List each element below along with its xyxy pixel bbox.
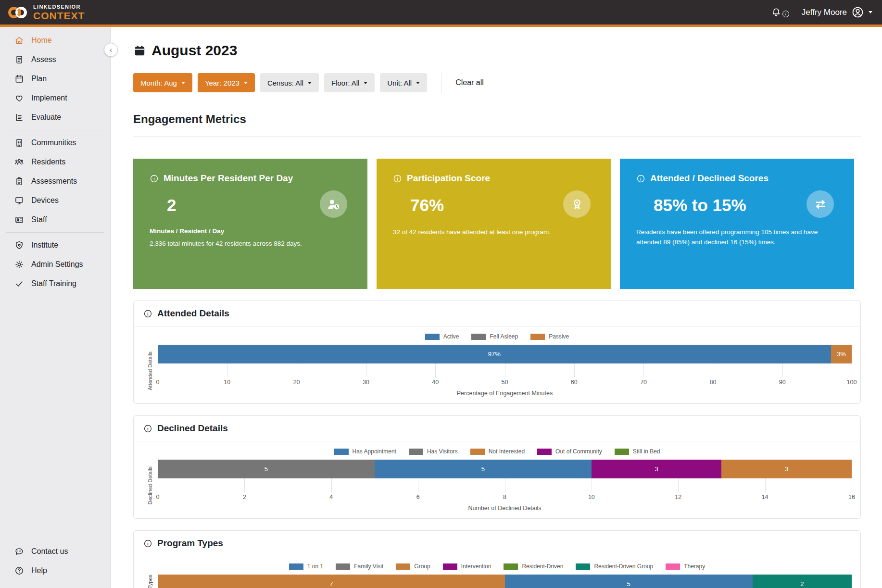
legend-item-intervention[interactable]: Intervention <box>443 563 491 570</box>
legend-swatch <box>396 563 410 570</box>
sidebar-item-assess[interactable]: Assess <box>0 50 110 69</box>
legend-label: Therapy <box>684 563 705 570</box>
legend-swatch <box>425 334 440 340</box>
filter-button-floor[interactable]: Floor: All <box>324 73 375 92</box>
metric-card-title-text: Minutes Per Resident Per Day <box>164 173 293 184</box>
x-tick-label: 10 <box>588 494 595 500</box>
bar-segment-resident-driven-group: 2 <box>753 575 852 588</box>
legend-item-out-of-community[interactable]: Out of Community <box>537 448 602 455</box>
legend-item-has-appointment[interactable]: Has Appointment <box>334 448 396 455</box>
communities-icon <box>14 138 24 148</box>
filter-button-month[interactable]: Month: Aug <box>133 73 192 92</box>
chart-card-declined-details: Declined DetailsHas AppointmentHas Visit… <box>133 415 861 519</box>
sidebar-item-staff[interactable]: Staff <box>0 210 110 229</box>
info-icon[interactable] <box>393 174 402 183</box>
main-content: August 2023 Month: AugYear: 2023Census: … <box>111 27 882 588</box>
sidebar-item-label: Institute <box>31 241 58 250</box>
calendar-icon <box>133 44 146 57</box>
stacked-bar: 5533 <box>158 460 852 478</box>
legend-item-1-on-1[interactable]: 1 on 1 <box>289 563 323 570</box>
person-clock-icon <box>326 197 341 212</box>
bar-segment-value: 2 <box>800 580 804 588</box>
devices-icon <box>14 196 24 205</box>
clear-all-button[interactable]: Clear all <box>455 78 484 87</box>
sidebar-item-assessments[interactable]: Assessments <box>0 172 110 191</box>
sidebar-item-implement[interactable]: Implement <box>0 88 110 108</box>
legend-item-resident-driven-group[interactable]: Resident-Driven Group <box>576 563 653 570</box>
app-logo[interactable]: LINKEDSENIOR CONTEXT <box>7 4 85 21</box>
sidebar-item-contact-us[interactable]: Contact us <box>0 542 110 561</box>
sidebar-item-devices[interactable]: Devices <box>0 191 110 210</box>
infinity-logo-icon <box>7 5 29 20</box>
y-axis-label: Declined Details <box>142 460 158 512</box>
grid-area <box>158 363 852 377</box>
legend-item-fell-asleep[interactable]: Fell Asleep <box>471 333 518 340</box>
legend-item-active[interactable]: Active <box>425 333 459 340</box>
caret-down-icon <box>364 82 367 84</box>
legend-item-resident-driven[interactable]: Resident-Driven <box>504 563 563 570</box>
page-title-text: August 2023 <box>151 42 237 59</box>
sidebar-item-staff-training[interactable]: Staff Training <box>0 274 110 293</box>
metric-card-icon-circle <box>563 190 591 218</box>
legend-item-therapy[interactable]: Therapy <box>666 563 705 570</box>
sidebar-item-label: Residents <box>31 158 65 166</box>
assess-icon <box>14 55 24 64</box>
chart-title: Attended Details <box>157 308 229 319</box>
legend-item-has-visitors[interactable]: Has Visitors <box>409 448 458 455</box>
user-menu[interactable]: Jeffry Moore <box>802 6 872 19</box>
sidebar-item-evaluate[interactable]: Evaluate <box>0 108 110 127</box>
x-tick-label: 50 <box>502 379 508 386</box>
filter-button-label: Unit: All <box>387 79 412 87</box>
notifications-button[interactable]: i <box>770 7 789 18</box>
sidebar-item-label: Assessments <box>31 177 77 186</box>
info-icon[interactable] <box>143 539 152 548</box>
sidebar-item-home[interactable]: Home <box>0 31 110 50</box>
legend-item-still-in-bed[interactable]: Still in Bed <box>615 448 660 455</box>
bar-segment-value: 5 <box>481 465 485 473</box>
x-tick-label: 90 <box>779 379 786 386</box>
info-icon[interactable] <box>143 309 152 318</box>
bar-segment-not-interested: 3 <box>721 460 852 478</box>
chart-legend: 1 on 1Family VisitGroupInterventionResid… <box>142 563 852 570</box>
plot-area: 752 <box>158 575 852 588</box>
metric-card-title: Minutes Per Resident Per Day <box>150 173 351 184</box>
sidebar-item-institute[interactable]: Institute <box>0 236 110 255</box>
metric-card-participation-score: Participation Score76%32 of 42 residents… <box>377 159 611 289</box>
sidebar-collapse-button[interactable]: ‹ <box>104 43 118 57</box>
info-icon[interactable] <box>143 424 152 433</box>
filter-button-year[interactable]: Year: 2023 <box>198 73 255 92</box>
user-name: Jeffry Moore <box>802 8 847 17</box>
metric-card-title-text: Attended / Declined Scores <box>650 173 769 184</box>
legend-item-family-visit[interactable]: Family Visit <box>336 563 383 570</box>
bell-icon <box>770 7 782 18</box>
gridline <box>505 363 505 377</box>
bar-segment-value: 7 <box>329 580 333 588</box>
legend-label: Resident-Driven <box>522 563 563 570</box>
award-icon <box>569 197 585 212</box>
info-icon <box>143 539 152 548</box>
sidebar-item-help[interactable]: Help <box>0 561 110 580</box>
info-icon[interactable] <box>636 174 645 183</box>
info-icon[interactable] <box>150 174 159 183</box>
sidebar-item-plan[interactable]: Plan <box>0 69 110 88</box>
legend-item-group[interactable]: Group <box>396 563 430 570</box>
gridline <box>297 363 297 377</box>
sidebar-item-admin-settings[interactable]: Admin Settings <box>0 255 110 274</box>
x-axis-ticks: 0246810121416 <box>158 494 852 501</box>
sidebar-item-label: Devices <box>31 196 59 205</box>
staff-training-icon <box>14 279 24 288</box>
legend-item-not-interested[interactable]: Not Interested <box>470 448 525 455</box>
section-divider <box>133 136 861 137</box>
sidebar-item-residents[interactable]: Residents <box>0 152 110 172</box>
legend-item-passive[interactable]: Passive <box>530 333 569 340</box>
chart-legend: Has AppointmentHas VisitorsNot Intereste… <box>142 448 852 455</box>
bar-segment-1-on-1: 5 <box>505 575 753 588</box>
filter-button-census[interactable]: Census: All <box>260 73 319 92</box>
chart-legend: ActiveFell AsleepPassive <box>142 333 852 340</box>
legend-label: Passive <box>549 333 569 340</box>
filter-button-unit[interactable]: Unit: All <box>380 73 427 92</box>
legend-swatch <box>334 449 349 455</box>
chart-body: 1 on 1Family VisitGroupInterventionResid… <box>134 556 860 588</box>
info-icon <box>143 309 152 318</box>
sidebar-item-communities[interactable]: Communities <box>0 133 110 152</box>
